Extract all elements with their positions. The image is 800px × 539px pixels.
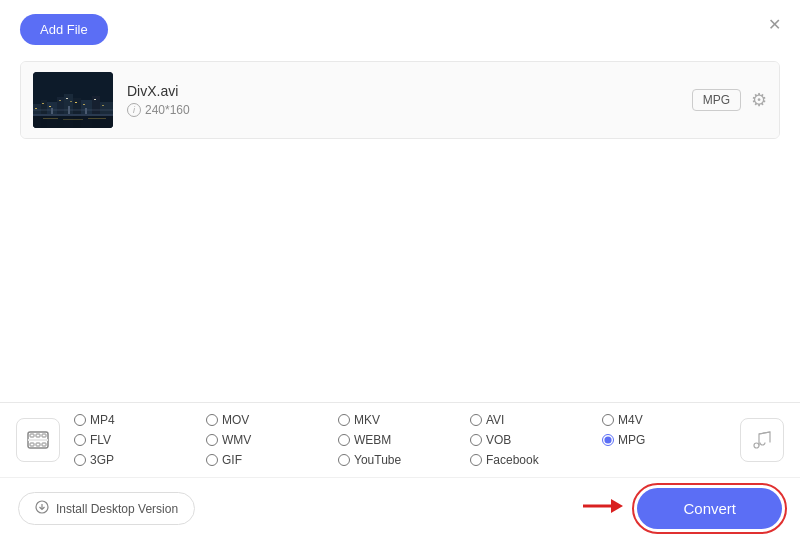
file-dimensions: 240*160 [145, 103, 190, 117]
format-option-mpg[interactable]: MPG [602, 433, 730, 447]
settings-icon[interactable]: ⚙ [751, 89, 767, 111]
format-option-vob[interactable]: VOB [470, 433, 598, 447]
svg-rect-25 [51, 108, 53, 114]
format-option-facebook[interactable]: Facebook [470, 453, 598, 467]
svg-rect-12 [49, 106, 51, 107]
format-option-youtube[interactable]: YouTube [338, 453, 466, 467]
action-bar: Install Desktop Version Convert [0, 478, 800, 539]
download-icon [35, 500, 49, 517]
svg-marker-40 [611, 499, 623, 513]
svg-rect-35 [42, 443, 46, 446]
svg-rect-34 [36, 443, 40, 446]
install-button[interactable]: Install Desktop Version [18, 492, 195, 525]
format-option-wmv[interactable]: WMV [206, 433, 334, 447]
svg-rect-17 [83, 104, 85, 105]
svg-rect-11 [42, 103, 44, 104]
file-thumbnail [33, 72, 113, 128]
info-icon: i [127, 103, 141, 117]
file-list: DivX.avi i 240*160 MPG ⚙ [20, 61, 780, 139]
top-bar: Add File [0, 0, 800, 55]
svg-rect-18 [94, 99, 96, 100]
install-label: Install Desktop Version [56, 502, 178, 516]
svg-rect-24 [33, 114, 113, 116]
file-item: DivX.avi i 240*160 MPG ⚙ [21, 62, 779, 138]
file-actions: MPG ⚙ [692, 89, 767, 111]
svg-rect-15 [70, 101, 72, 102]
svg-rect-31 [36, 434, 40, 437]
svg-rect-32 [42, 434, 46, 437]
format-option-flv[interactable]: FLV [74, 433, 202, 447]
file-info: DivX.avi i 240*160 [127, 83, 692, 117]
svg-rect-16 [75, 102, 77, 103]
empty-area [0, 145, 800, 385]
right-actions: Convert [583, 488, 782, 529]
format-section: MP4 MOV MKV AVI M4V FLV WMV WEB [0, 403, 800, 478]
svg-rect-19 [102, 105, 104, 106]
svg-rect-22 [63, 119, 83, 120]
svg-rect-13 [59, 100, 61, 101]
svg-rect-14 [66, 98, 68, 99]
format-option-gif[interactable]: GIF [206, 453, 334, 467]
svg-rect-36 [28, 439, 48, 441]
close-icon: ✕ [768, 15, 781, 34]
format-option-webm[interactable]: WEBM [338, 433, 466, 447]
format-option-m4v[interactable]: M4V [602, 413, 730, 427]
svg-rect-33 [30, 443, 34, 446]
format-grid: MP4 MOV MKV AVI M4V FLV WMV WEB [74, 413, 730, 467]
convert-button[interactable]: Convert [637, 488, 782, 529]
close-button[interactable]: ✕ [764, 14, 784, 34]
svg-rect-20 [33, 116, 113, 128]
format-option-mp4[interactable]: MP4 [74, 413, 202, 427]
format-option-3gp[interactable]: 3GP [74, 453, 202, 467]
format-option-avi[interactable]: AVI [470, 413, 598, 427]
add-file-button[interactable]: Add File [20, 14, 108, 45]
video-format-icon[interactable] [16, 418, 60, 462]
arrow-icon [583, 492, 623, 525]
format-option-mkv[interactable]: MKV [338, 413, 466, 427]
bottom-panel: MP4 MOV MKV AVI M4V FLV WMV WEB [0, 402, 800, 539]
file-meta: i 240*160 [127, 103, 692, 117]
svg-rect-23 [88, 118, 106, 119]
svg-rect-21 [43, 118, 58, 119]
file-name: DivX.avi [127, 83, 692, 99]
format-badge[interactable]: MPG [692, 89, 741, 111]
svg-rect-30 [30, 434, 34, 437]
format-option-mov[interactable]: MOV [206, 413, 334, 427]
audio-format-icon[interactable] [740, 418, 784, 462]
svg-rect-10 [35, 108, 37, 109]
svg-rect-27 [85, 108, 87, 114]
